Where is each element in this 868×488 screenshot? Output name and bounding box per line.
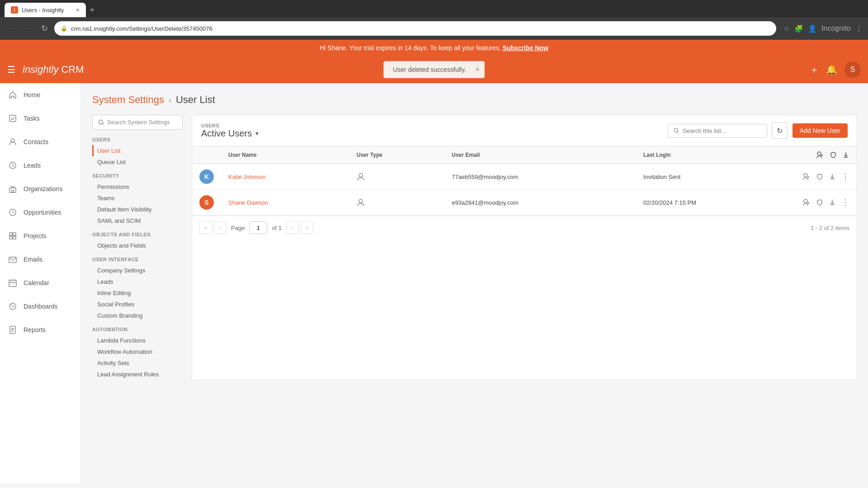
settings-link-company-settings[interactable]: Company Settings: [92, 265, 183, 276]
shield-row-icon[interactable]: [816, 199, 823, 206]
settings-link-default-item-visibility[interactable]: Default Item Visibility: [92, 204, 183, 215]
settings-search-box[interactable]: Search System Settings: [92, 115, 183, 130]
settings-link-custom-branding[interactable]: Custom Branding: [92, 310, 183, 321]
next-page-button[interactable]: ›: [286, 221, 299, 234]
nav-label-reports: Reports: [24, 326, 46, 333]
breadcrumb-parent[interactable]: System Settings: [92, 94, 164, 106]
nav-item-dashboards[interactable]: Dashboards: [0, 295, 81, 318]
user-avatar-katie: K: [199, 169, 214, 184]
shield-row-icon[interactable]: [816, 173, 823, 180]
toast-close-button[interactable]: ×: [475, 66, 479, 74]
address-bar[interactable]: 🔒 crm.na1.insightly.com/Settings/UserDel…: [54, 21, 776, 36]
prev-page-button[interactable]: ‹: [214, 221, 226, 234]
add-button[interactable]: ＋: [810, 64, 819, 76]
settings-link-teams[interactable]: Teams: [92, 192, 183, 204]
user-search-box[interactable]: [668, 124, 767, 138]
user-login-cell: 02/20/2024 7:15 PM: [636, 190, 795, 216]
settings-section-ui: USER INTERFACE Company Settings Leads In…: [92, 257, 183, 321]
download-row-icon[interactable]: [829, 199, 836, 206]
reload-button[interactable]: ↻: [38, 22, 51, 35]
app-body: Home Tasks Contacts: [0, 83, 868, 483]
user-email-cell: 77aeb559@moodjoy.com: [444, 164, 636, 190]
svg-rect-4: [12, 190, 14, 192]
toast-notification: User deleted successfully. ×: [383, 61, 485, 78]
user-email-cell: e93a2841@moodjoy.com: [444, 190, 636, 216]
profile-button[interactable]: 👤: [808, 24, 817, 33]
add-user-row-icon[interactable]: [802, 198, 811, 206]
menu-button[interactable]: ⋮: [855, 24, 863, 33]
add-user-row-icon[interactable]: [802, 173, 811, 181]
settings-link-leads[interactable]: Leads: [92, 276, 183, 287]
svg-point-19: [359, 199, 363, 203]
user-type-cell: [349, 164, 445, 190]
settings-link-saml-scim[interactable]: SAML and SCIM: [92, 215, 183, 226]
hamburger-button[interactable]: ☰: [7, 64, 15, 75]
table-row: S Shane Dawson e93a2841@moodjoy.com 02/2…: [192, 190, 857, 216]
settings-section-objects: OBJECTS AND FIELDS Objects and Fields: [92, 232, 183, 251]
add-new-user-button[interactable]: Add New User: [793, 123, 848, 138]
nav-item-tasks[interactable]: Tasks: [0, 107, 81, 130]
nav-item-leads[interactable]: Leads: [0, 154, 81, 177]
col-header-avatar: [192, 146, 221, 164]
active-tab[interactable]: i Users - Insightly ×: [5, 3, 86, 17]
active-users-title: Active Users: [201, 128, 252, 139]
settings-link-workflow[interactable]: Workflow Automation: [92, 346, 183, 357]
user-avatar-shane: S: [199, 195, 214, 210]
page-of-label: of 1: [272, 225, 282, 231]
settings-link-user-list[interactable]: User List: [92, 145, 183, 156]
settings-link-lead-assignment[interactable]: Lead Assignment Rules: [92, 369, 183, 380]
main-content: System Settings › User List Search Syste…: [81, 83, 868, 483]
page-number-input[interactable]: [249, 221, 267, 234]
nav-item-home[interactable]: Home: [0, 83, 81, 107]
new-tab-button[interactable]: +: [90, 3, 95, 17]
trial-banner: Hi Shane. Your trial expires in 14 days.…: [0, 40, 868, 56]
tab-close-btn[interactable]: ×: [76, 6, 80, 14]
nav-item-projects[interactable]: Projects: [0, 224, 81, 248]
download-row-icon[interactable]: [829, 173, 836, 180]
user-avatar-button[interactable]: S: [844, 61, 861, 78]
settings-link-social-profiles[interactable]: Social Profiles: [92, 299, 183, 310]
users-section-label: USERS: [201, 123, 259, 128]
col-header-type: User Type: [349, 146, 445, 164]
dropdown-arrow-icon[interactable]: ▾: [255, 130, 259, 137]
svg-point-15: [674, 128, 678, 132]
last-page-button[interactable]: »: [301, 221, 313, 234]
settings-link-inline-editing[interactable]: Inline Editing: [92, 287, 183, 299]
nav-item-calendar[interactable]: Calendar: [0, 271, 81, 295]
user-name-link-katie[interactable]: Katie Johnson: [228, 174, 265, 180]
bookmark-button[interactable]: ☆: [783, 24, 790, 33]
settings-link-activity-sets[interactable]: Activity Sets: [92, 357, 183, 369]
settings-section-automation: AUTOMATION Lambda Functions Workflow Aut…: [92, 327, 183, 380]
settings-link-objects-fields[interactable]: Objects and Fields: [92, 240, 183, 251]
user-search-input[interactable]: [683, 127, 761, 134]
emails-icon: [7, 254, 18, 265]
logo-insightly: insightly: [23, 64, 58, 75]
nav-label-leads: Leads: [24, 162, 41, 169]
nav-item-opportunities[interactable]: Opportunities: [0, 201, 81, 224]
more-options-button[interactable]: ⋮: [841, 172, 849, 182]
more-options-button[interactable]: ⋮: [841, 197, 849, 207]
content-area: Search System Settings USERS User List Q…: [92, 115, 857, 380]
first-page-button[interactable]: «: [199, 221, 212, 234]
nav-label-calendar: Calendar: [24, 279, 49, 286]
svg-point-14: [99, 120, 103, 124]
user-name-link-shane[interactable]: Shane Dawson: [228, 199, 268, 206]
refresh-button[interactable]: ↻: [772, 122, 788, 139]
subscribe-link[interactable]: Subscribe Now: [503, 44, 548, 52]
nav-item-emails[interactable]: Emails: [0, 248, 81, 271]
extensions-button[interactable]: 🧩: [794, 24, 803, 33]
svg-point-17: [359, 174, 363, 177]
nav-item-contacts[interactable]: Contacts: [0, 130, 81, 154]
svg-rect-9: [13, 236, 16, 239]
settings-link-lambda[interactable]: Lambda Functions: [92, 335, 183, 346]
toast-message: User deleted successfully.: [393, 66, 466, 73]
forward-button[interactable]: →: [22, 22, 34, 35]
back-button[interactable]: ←: [5, 22, 18, 35]
settings-link-queue-list[interactable]: Queue List: [92, 156, 183, 168]
settings-sidebar: Search System Settings USERS User List Q…: [92, 115, 183, 380]
nav-item-reports[interactable]: Reports: [0, 318, 81, 342]
settings-link-permissions[interactable]: Permissions: [92, 181, 183, 192]
leads-icon: [7, 160, 18, 171]
nav-item-organizations[interactable]: Organizations: [0, 177, 81, 201]
notifications-button[interactable]: 🔔: [826, 64, 837, 75]
